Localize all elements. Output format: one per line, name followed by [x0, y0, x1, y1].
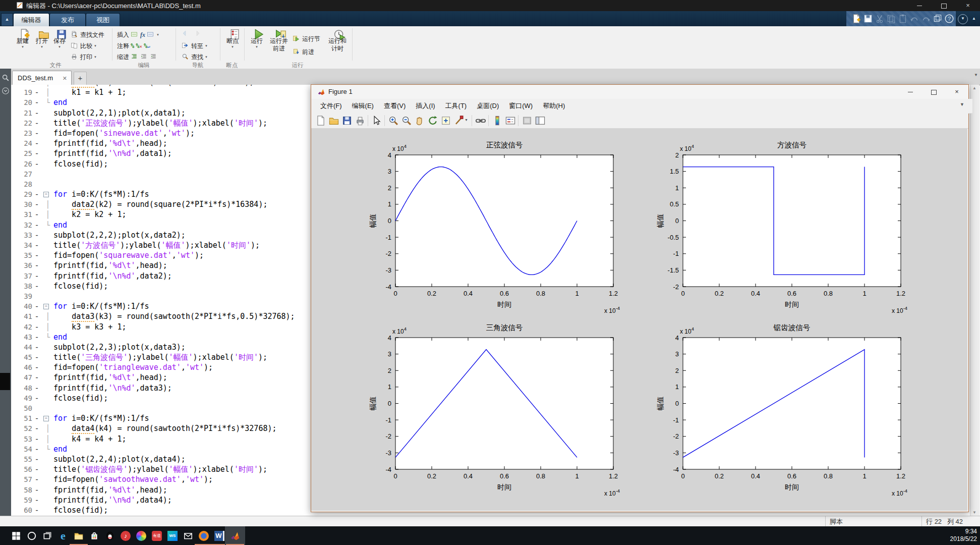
find-button[interactable]: 查找▼	[182, 52, 208, 62]
figure-menu-6[interactable]: 窗口(W)	[504, 99, 538, 113]
fold-gutter[interactable]: └	[41, 332, 53, 342]
fold-gutter[interactable]	[41, 230, 53, 240]
breakpoint-gutter[interactable]: -	[32, 260, 41, 270]
fold-gutter[interactable]	[41, 179, 53, 189]
fold-gutter[interactable]	[41, 240, 53, 250]
fold-gutter[interactable]: │	[41, 434, 53, 444]
run-button[interactable]: 运行▼	[247, 28, 266, 48]
run-and-time-button[interactable]: 运行和 计时	[326, 28, 349, 53]
fold-gutter[interactable]: │	[41, 199, 53, 209]
fold-gutter[interactable]	[41, 372, 53, 383]
fold-gutter[interactable]	[41, 281, 53, 291]
fold-gutter[interactable]	[41, 148, 53, 158]
fold-gutter[interactable]	[41, 362, 53, 372]
tab-overflow-icon[interactable]: ▼	[974, 73, 978, 77]
save-figure-icon[interactable]	[341, 115, 353, 126]
fold-gutter[interactable]	[41, 128, 53, 138]
fold-gutter[interactable]: −	[41, 189, 53, 199]
fold-gutter[interactable]: −	[41, 301, 53, 311]
breakpoint-gutter[interactable]: -	[32, 281, 41, 291]
run-and-advance-button[interactable]: 运行并 前进	[267, 28, 291, 53]
fold-gutter[interactable]	[41, 464, 53, 474]
open-file-icon[interactable]	[328, 115, 339, 126]
collapse-ribbon-icon[interactable]: ▲	[1, 13, 13, 26]
find-files-button[interactable]: 查找文件	[71, 30, 104, 39]
breakpoint-gutter[interactable]	[32, 179, 41, 189]
fold-gutter[interactable]	[41, 271, 53, 281]
subplot-triangle-wave[interactable]: 00.20.40.60.811.243210-1-2-3-4三角波信号时间幅值x…	[345, 315, 627, 502]
breakpoint-gutter[interactable]: -	[32, 332, 41, 342]
breakpoint-gutter[interactable]: -	[32, 322, 41, 332]
fold-gutter[interactable]	[41, 495, 53, 505]
fold-gutter[interactable]	[41, 393, 53, 403]
qa-windows-icon[interactable]	[933, 14, 943, 24]
breakpoint-gutter[interactable]: -	[32, 138, 41, 148]
qa-new-icon[interactable]	[851, 14, 861, 24]
breakpoint-gutter[interactable]: -	[32, 301, 41, 311]
qa-help-icon[interactable]: ?	[944, 14, 954, 24]
fold-gutter[interactable]: │	[41, 423, 53, 433]
print-button[interactable]: 打印▼	[71, 52, 97, 62]
breakpoint-gutter[interactable]: -	[32, 464, 41, 474]
pan-icon[interactable]	[414, 115, 425, 126]
subplot-square-wave[interactable]: 00.20.40.60.811.221.510.50-0.5-1-1.5-2方波…	[632, 132, 915, 319]
fold-gutter[interactable]	[41, 352, 53, 362]
insert-button[interactable]: 插入 fx ▼	[117, 30, 159, 39]
data-cursor-icon[interactable]	[440, 115, 451, 126]
rail-thumbnail[interactable]	[0, 373, 10, 390]
breakpoint-gutter[interactable]: -	[32, 189, 41, 199]
fold-gutter[interactable]: │	[41, 209, 53, 220]
breakpoint-gutter[interactable]: -	[32, 220, 41, 230]
breakpoint-gutter[interactable]: -	[32, 159, 41, 169]
breakpoint-gutter[interactable]: -	[32, 383, 41, 393]
fold-gutter[interactable]: │	[41, 322, 53, 332]
figure-menu-0[interactable]: 文件(F)	[315, 99, 347, 113]
figure-dock-icon[interactable]: ▼	[960, 102, 964, 107]
breakpoint-gutter[interactable]: -	[32, 148, 41, 158]
scroll-up-icon[interactable]: ▲	[970, 86, 978, 90]
fold-gutter[interactable]	[41, 474, 53, 484]
tab-view[interactable]: 视图	[86, 13, 120, 27]
fold-gutter[interactable]	[41, 159, 53, 169]
fold-gutter[interactable]	[41, 291, 53, 301]
breakpoint-gutter[interactable]: -	[32, 423, 41, 433]
scroll-down-icon[interactable]: ▼	[970, 510, 978, 515]
zoom-in-icon[interactable]	[388, 115, 399, 126]
fold-gutter[interactable]	[41, 505, 53, 515]
fold-gutter[interactable]	[41, 169, 53, 179]
edit-plot-icon[interactable]	[371, 115, 382, 126]
figure-menu-3[interactable]: 插入(I)	[411, 99, 440, 113]
fold-gutter[interactable]	[41, 138, 53, 148]
new-figure-icon[interactable]	[315, 115, 326, 126]
minimize-button[interactable]	[907, 0, 932, 11]
breakpoint-gutter[interactable]: -	[32, 118, 41, 128]
qa-save-icon[interactable]	[863, 14, 873, 24]
hide-plot-tools-icon[interactable]	[522, 115, 533, 126]
open-button[interactable]: 打开▼	[32, 28, 51, 48]
breakpoint-gutter[interactable]: -	[32, 209, 41, 220]
new-button[interactable]: 新建▼	[13, 28, 32, 48]
figure-maximize-button[interactable]	[922, 85, 945, 99]
fold-gutter[interactable]	[41, 485, 53, 495]
breakpoint-gutter[interactable]: -	[32, 342, 41, 352]
fold-gutter[interactable]	[41, 342, 53, 352]
figure-minimize-button[interactable]	[899, 85, 922, 99]
subplot-sine-wave[interactable]: 00.20.40.60.811.243210-1-2-3-4正弦波信号时间幅值x…	[345, 132, 627, 319]
rotate-3d-icon[interactable]	[427, 115, 438, 126]
goto-button[interactable]: 转至▼	[182, 41, 208, 50]
print-figure-icon[interactable]	[355, 115, 366, 126]
rail-search-icon[interactable]	[2, 74, 10, 82]
figure-menu-2[interactable]: 查看(V)	[379, 99, 411, 113]
show-plot-tools-icon[interactable]	[535, 115, 546, 126]
breakpoint-gutter[interactable]: -	[32, 108, 41, 118]
breakpoints-button[interactable]: 断点▼	[223, 28, 242, 48]
file-tab[interactable]: DDS_test.m ✕	[12, 71, 72, 85]
fold-gutter[interactable]: │	[41, 311, 53, 321]
back-icon[interactable]	[182, 30, 190, 38]
close-button[interactable]: ×	[956, 0, 980, 11]
figure-close-button[interactable]: ×	[945, 85, 968, 99]
breakpoint-gutter[interactable]: -	[32, 271, 41, 281]
figure-menu-4[interactable]: 工具(T)	[440, 99, 472, 113]
breakpoint-gutter[interactable]: -	[32, 444, 41, 454]
breakpoint-gutter[interactable]: -	[32, 434, 41, 444]
